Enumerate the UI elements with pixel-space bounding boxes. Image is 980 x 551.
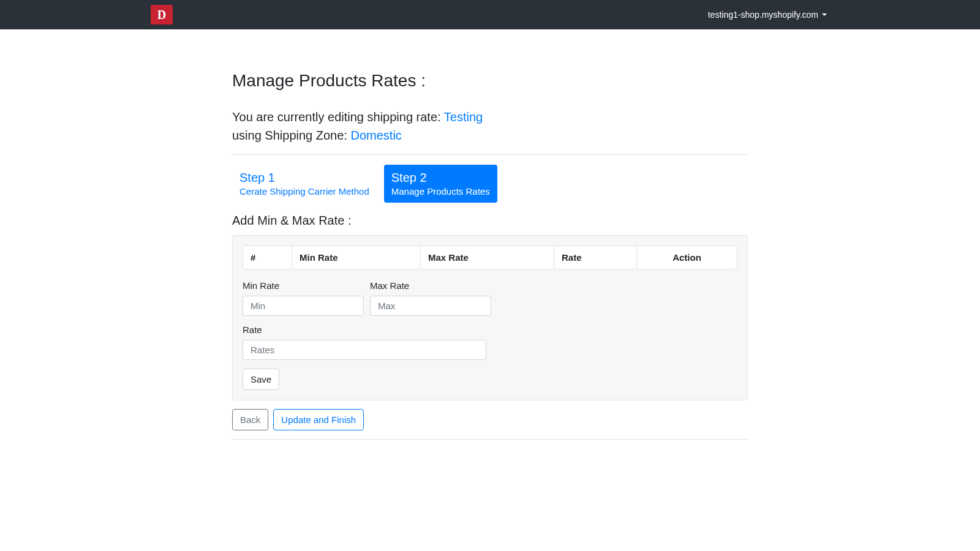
shop-domain-dropdown[interactable]: testing1-shop.myshopify.com	[708, 10, 827, 20]
divider	[232, 154, 748, 155]
editing-zone-link[interactable]: Domestic	[350, 129, 401, 142]
table-header-num: #	[243, 246, 292, 269]
max-rate-input[interactable]	[370, 296, 491, 316]
app-logo-letter: D	[157, 8, 166, 22]
form-group-min: Min Rate	[243, 280, 364, 316]
max-rate-label: Max Rate	[370, 280, 491, 291]
shop-domain-text: testing1-shop.myshopify.com	[708, 10, 818, 20]
rate-card: # Min Rate Max Rate Rate Action Min Rate…	[232, 235, 748, 400]
table-header-row: # Min Rate Max Rate Rate Action	[243, 246, 737, 269]
editing-info: You are currently editing shipping rate:…	[232, 108, 748, 144]
table-header-min: Min Rate	[292, 246, 421, 269]
rate-table: # Min Rate Max Rate Rate Action	[243, 246, 737, 269]
page-title: Manage Products Rates :	[232, 71, 748, 91]
step-2-sub: Manage Products Rates	[391, 186, 490, 197]
min-rate-label: Min Rate	[243, 280, 364, 291]
step-1-title: Step 1	[239, 171, 369, 185]
navbar: D testing1-shop.myshopify.com	[0, 0, 980, 29]
rate-input[interactable]	[243, 340, 486, 360]
table-header-rate: Rate	[554, 246, 637, 269]
form-group-rate: Rate	[243, 324, 486, 360]
footer-divider	[232, 439, 748, 440]
steps-nav: Step 1 Cerate Shipping Carrier Method St…	[232, 165, 748, 203]
section-title: Add Min & Max Rate :	[232, 214, 748, 228]
table-header-max: Max Rate	[421, 246, 554, 269]
main-container: Manage Products Rates : You are currentl…	[232, 71, 748, 464]
footer-buttons: Back Update and Finish	[232, 409, 748, 430]
editing-zone-prefix: using Shipping Zone:	[232, 129, 350, 142]
step-1-sub: Cerate Shipping Carrier Method	[239, 186, 369, 197]
step-1[interactable]: Step 1 Cerate Shipping Carrier Method	[232, 165, 377, 203]
table-header-action: Action	[637, 246, 737, 269]
rate-label: Rate	[243, 324, 486, 335]
form-group-max: Max Rate	[370, 280, 491, 316]
form-row-rate: Rate	[243, 324, 737, 360]
app-logo[interactable]: D	[151, 5, 173, 24]
min-rate-input[interactable]	[243, 296, 364, 316]
update-finish-button[interactable]: Update and Finish	[273, 409, 364, 430]
step-2[interactable]: Step 2 Manage Products Rates	[384, 165, 497, 203]
editing-rate-prefix: You are currently editing shipping rate:	[232, 110, 444, 124]
form-row-minmax: Min Rate Max Rate	[243, 280, 737, 316]
chevron-down-icon	[822, 13, 827, 16]
back-button[interactable]: Back	[232, 409, 268, 430]
editing-rate-link[interactable]: Testing	[444, 110, 483, 124]
step-2-title: Step 2	[391, 171, 490, 185]
save-button[interactable]: Save	[243, 369, 279, 390]
